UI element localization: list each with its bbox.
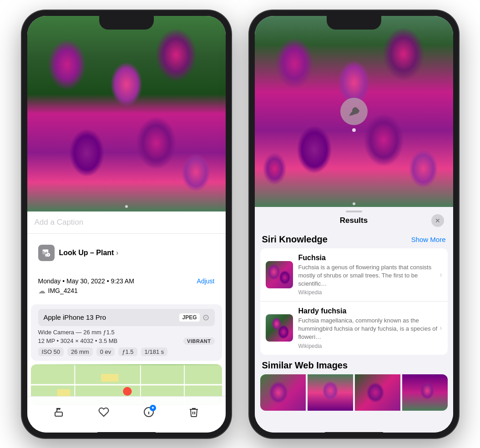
exif-row: ISO 50 26 mm 0 ev ƒ1.5 1/181 s xyxy=(38,347,215,356)
fuchsia-desc: Fuchsia is a genus of flowering plants t… xyxy=(298,263,442,288)
knowledge-item-fuchsia[interactable]: Fuchsia Fuchsia is a genus of flowering … xyxy=(260,248,448,302)
look-up-row[interactable]: Look Up – Plant › xyxy=(38,243,215,263)
cloud-icon: ☁ xyxy=(38,287,45,295)
notch-right xyxy=(327,16,381,30)
hardy-source: Wikipedia xyxy=(298,343,442,349)
vibrant-badge: VIBRANT xyxy=(183,337,214,345)
exif-aperture: ƒ1.5 xyxy=(118,347,137,356)
meta-row: Monday • May 30, 2022 • 9:23 AM Adjust xyxy=(38,277,215,285)
left-phone-screen: Add a Caption Look Up – Plant › xyxy=(27,16,226,433)
caption-placeholder[interactable]: Add a Caption xyxy=(35,218,84,227)
similar-images-row xyxy=(260,374,448,411)
camera-resolution: 12 MP • 3024 × 4032 • 3.5 MB xyxy=(38,337,118,344)
results-content: Siri Knowledge Show More Fuchsia Fuchsia… xyxy=(255,231,453,420)
look-up-section[interactable]: Look Up – Plant › xyxy=(31,237,222,268)
siri-knowledge-header: Siri Knowledge Show More xyxy=(260,231,448,248)
fuchsia-name: Fuchsia xyxy=(298,254,442,262)
right-phone-screen: Results ✕ Siri Knowledge Show More xyxy=(255,16,453,433)
caption-area[interactable]: Add a Caption xyxy=(27,211,226,234)
adjust-button[interactable]: Adjust xyxy=(197,277,215,285)
hardy-desc: Fuchsia magellanica, commonly known as t… xyxy=(298,317,442,342)
camera-specs-row: 12 MP • 3024 × 4032 • 3.5 MB VIBRANT xyxy=(38,337,215,345)
hardy-name: Hardy fuchsia xyxy=(298,307,442,315)
hardy-thumb-image xyxy=(266,314,293,342)
home-indicator-left xyxy=(97,432,156,434)
exif-ev: 0 ev xyxy=(96,347,115,356)
camera-section: Apple iPhone 13 Pro JPEG ⊙ Wide Camera —… xyxy=(31,304,222,361)
svg-rect-9 xyxy=(55,412,62,416)
hardy-info: Hardy fuchsia Fuchsia magellanica, commo… xyxy=(298,307,442,349)
knowledge-item-hardy[interactable]: Hardy fuchsia Fuchsia magellanica, commo… xyxy=(260,302,448,355)
share-button[interactable] xyxy=(53,407,64,418)
svg-rect-7 xyxy=(101,373,119,381)
page-indicator-right xyxy=(353,202,355,205)
camera-options-icon[interactable]: ⊙ xyxy=(202,312,209,322)
flower-image-left xyxy=(27,16,226,211)
lookup-dot xyxy=(352,128,356,132)
page-indicator-left xyxy=(125,205,128,208)
photo-left[interactable] xyxy=(27,16,226,211)
similar-image-1[interactable] xyxy=(260,374,306,411)
svg-point-8 xyxy=(123,387,131,395)
phones-container: Add a Caption Look Up – Plant › xyxy=(13,1,468,447)
close-button[interactable]: ✕ xyxy=(431,214,444,227)
show-more-button[interactable]: Show More xyxy=(411,236,446,243)
similar-image-3[interactable] xyxy=(355,374,400,411)
exif-focal: 26 mm xyxy=(67,347,93,356)
results-panel-wrapper: Results ✕ Siri Knowledge Show More xyxy=(255,207,453,433)
notch-left xyxy=(99,16,154,30)
look-up-arrow: › xyxy=(116,249,118,257)
jpeg-badge: JPEG xyxy=(179,313,199,322)
delete-button[interactable] xyxy=(188,407,199,418)
hardy-thumbnail xyxy=(266,314,293,342)
meta-section: Monday • May 30, 2022 • 9:23 AM Adjust ☁… xyxy=(31,272,222,301)
look-up-text[interactable]: Look Up – Plant › xyxy=(59,249,119,257)
fuchsia-chevron: › xyxy=(440,271,442,279)
similar-section: Similar Web Images xyxy=(260,360,448,411)
home-indicator-right xyxy=(324,432,384,434)
filename-row: ☁ IMG_4241 xyxy=(38,287,215,295)
favorite-button[interactable] xyxy=(98,407,109,418)
camera-model: Apple iPhone 13 Pro xyxy=(44,313,106,321)
results-title: Results xyxy=(277,216,431,225)
fuchsia-info: Fuchsia Fuchsia is a genus of flowering … xyxy=(298,254,442,296)
camera-model-row: Apple iPhone 13 Pro JPEG ⊙ xyxy=(38,309,215,326)
filename: IMG_4241 xyxy=(48,287,78,294)
similar-title: Similar Web Images xyxy=(260,360,448,371)
fuchsia-thumb-image xyxy=(266,261,293,288)
look-up-icon xyxy=(38,245,55,261)
fuchsia-thumbnail xyxy=(266,261,293,288)
similar-image-4[interactable] xyxy=(402,374,448,411)
drag-handle[interactable] xyxy=(346,211,362,212)
right-phone: Results ✕ Siri Knowledge Show More xyxy=(249,10,459,438)
date-info: Monday • May 30, 2022 • 9:23 AM xyxy=(38,277,134,285)
exif-iso: ISO 50 xyxy=(38,347,64,356)
siri-knowledge-title: Siri Knowledge xyxy=(262,234,328,245)
info-badge: ✦ xyxy=(150,405,156,411)
bottom-toolbar: ✦ xyxy=(27,396,226,433)
camera-lens-info: Wide Camera — 26 mm ƒ1.5 xyxy=(38,329,215,336)
photo-right[interactable] xyxy=(255,16,453,207)
info-button[interactable]: ✦ xyxy=(143,407,154,418)
exif-shutter: 1/181 s xyxy=(141,347,168,356)
similar-image-2[interactable] xyxy=(308,374,353,411)
fuchsia-source: Wikipedia xyxy=(298,289,442,296)
hardy-chevron: › xyxy=(440,324,442,332)
left-phone: Add a Caption Look Up – Plant › xyxy=(22,10,231,438)
knowledge-card: Fuchsia Fuchsia is a genus of flowering … xyxy=(260,248,448,355)
visual-lookup-button[interactable] xyxy=(340,98,368,125)
